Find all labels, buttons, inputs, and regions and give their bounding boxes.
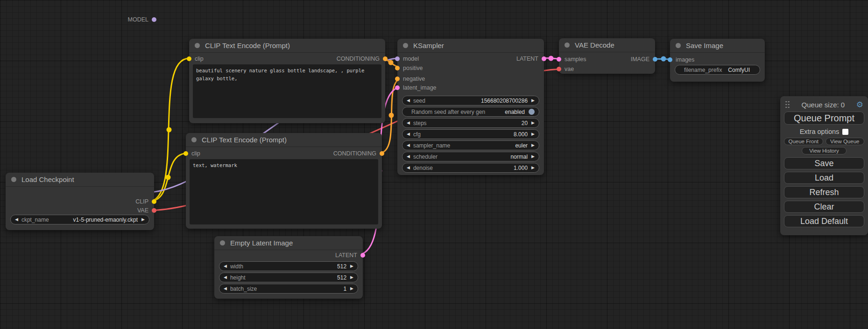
view-history-button[interactable]: View History <box>802 147 847 154</box>
arrow-right-icon[interactable]: ▶ <box>531 166 535 170</box>
arrow-left-icon[interactable]: ◀ <box>15 217 18 222</box>
input-clip[interactable]: clip <box>187 56 204 62</box>
toggle-enabled-icon[interactable] <box>529 109 535 115</box>
arrow-right-icon[interactable]: ▶ <box>531 98 535 103</box>
arrow-right-icon[interactable]: ▶ <box>141 217 145 222</box>
prompt-textarea[interactable]: text, watermark <box>190 159 378 224</box>
view-queue-button[interactable]: View Queue <box>826 138 865 145</box>
arrow-right-icon[interactable]: ▶ <box>350 264 353 268</box>
latent-port-icon[interactable] <box>557 57 561 62</box>
arrow-left-icon[interactable]: ◀ <box>407 132 410 136</box>
image-port-icon[interactable] <box>668 57 672 62</box>
gear-icon[interactable]: ⚙ <box>856 101 863 109</box>
conditioning-port-icon[interactable] <box>395 77 400 81</box>
random-seed-toggle-widget[interactable]: Random seed after every gen enabled <box>402 107 539 117</box>
prompt-textarea[interactable]: beautiful scenery nature glass bottle la… <box>193 64 381 118</box>
vae-port-icon[interactable] <box>152 208 156 213</box>
arrow-right-icon[interactable]: ▶ <box>531 154 535 159</box>
conditioning-port-icon[interactable] <box>383 56 388 61</box>
output-latent[interactable]: LATENT <box>516 56 546 62</box>
latent-port-icon[interactable] <box>360 253 365 258</box>
model-port-icon[interactable] <box>395 56 400 61</box>
arrow-right-icon[interactable]: ▶ <box>531 132 535 136</box>
node-header[interactable]: Save Image <box>670 39 765 53</box>
filename-prefix-widget[interactable]: filename_prefix ComfyUI <box>675 65 760 75</box>
output-latent[interactable]: LATENT <box>335 252 365 259</box>
arrow-left-icon[interactable]: ◀ <box>407 143 410 147</box>
link-dot-clip2[interactable] <box>166 175 171 180</box>
node-header[interactable]: CLIP Text Encode (Prompt) <box>186 133 382 147</box>
arrow-left-icon[interactable]: ◀ <box>224 275 227 280</box>
extra-options-checkbox[interactable] <box>842 129 848 135</box>
conditioning-port-icon[interactable] <box>380 151 384 156</box>
width-widget[interactable]: ◀ width 512 ▶ <box>219 261 358 271</box>
link-dot-clip1[interactable] <box>167 127 172 133</box>
input-latent-image[interactable]: latent_image <box>395 84 437 91</box>
input-vae[interactable]: vae <box>557 66 574 72</box>
height-widget[interactable]: ◀ height 512 ▶ <box>219 273 358 282</box>
scheduler-widget[interactable]: ◀ scheduler normal ▶ <box>402 152 539 161</box>
link-dot-image[interactable] <box>661 56 666 62</box>
node-header[interactable]: CLIP Text Encode (Prompt) <box>189 39 385 53</box>
node-header[interactable]: Empty Latent Image <box>214 236 363 250</box>
output-clip[interactable]: CLIP <box>135 198 156 205</box>
arrow-right-icon[interactable]: ▶ <box>531 143 535 147</box>
arrow-left-icon[interactable]: ◀ <box>407 166 410 170</box>
collapse-dot-icon[interactable] <box>220 240 225 245</box>
node-header[interactable]: KSampler <box>397 39 544 53</box>
save-button[interactable]: Save <box>784 157 864 169</box>
image-port-icon[interactable] <box>653 57 657 62</box>
link-dot-cond-pos[interactable] <box>388 60 394 65</box>
clip-port-icon[interactable] <box>187 56 191 61</box>
load-button[interactable]: Load <box>784 172 864 184</box>
input-model[interactable]: model <box>395 56 419 62</box>
refresh-button[interactable]: Refresh <box>784 186 864 198</box>
arrow-right-icon[interactable]: ▶ <box>531 121 535 125</box>
node-vae-decode[interactable]: VAE Decode samples vae IMAGE <box>559 38 655 74</box>
latent-port-icon[interactable] <box>542 56 546 61</box>
collapse-dot-icon[interactable] <box>676 43 681 48</box>
collapse-dot-icon[interactable] <box>403 43 408 48</box>
vae-port-icon[interactable] <box>557 67 561 71</box>
link-dot-cond-neg[interactable] <box>389 113 394 118</box>
arrow-left-icon[interactable]: ◀ <box>224 264 227 268</box>
input-images[interactable]: images <box>668 56 694 63</box>
batch-size-widget[interactable]: ◀ batch_size 1 ▶ <box>219 284 358 294</box>
node-empty-latent-image[interactable]: Empty Latent Image LATENT ◀ width 512 ▶ … <box>214 236 363 299</box>
collapse-dot-icon[interactable] <box>191 137 197 142</box>
node-header[interactable]: Load Checkpoint <box>6 173 154 187</box>
input-samples[interactable]: samples <box>557 56 586 63</box>
arrow-right-icon[interactable]: ▶ <box>350 275 353 280</box>
output-model[interactable]: MODEL <box>128 16 156 23</box>
arrow-right-icon[interactable]: ▶ <box>350 287 353 291</box>
model-port-icon[interactable] <box>152 17 156 22</box>
arrow-left-icon[interactable]: ◀ <box>407 154 410 159</box>
denoise-widget[interactable]: ◀ denoise 1.000 ▶ <box>402 163 539 173</box>
load-default-button[interactable]: Load Default <box>784 215 864 227</box>
drag-handle-icon[interactable] <box>785 100 790 109</box>
collapse-dot-icon[interactable] <box>195 43 200 48</box>
arrow-left-icon[interactable]: ◀ <box>224 287 227 291</box>
link-dot-latent[interactable] <box>549 56 554 61</box>
node-clip-text-encode-negative[interactable]: CLIP Text Encode (Prompt) clip CONDITION… <box>186 133 382 229</box>
steps-widget[interactable]: ◀ steps 20 ▶ <box>402 118 539 128</box>
node-save-image[interactable]: Save Image images filename_prefix ComfyU… <box>670 39 765 82</box>
output-image[interactable]: IMAGE <box>631 56 657 63</box>
output-conditioning[interactable]: CONDITIONING <box>337 56 388 62</box>
output-conditioning[interactable]: CONDITIONING <box>333 150 384 157</box>
input-positive[interactable]: positive <box>395 65 423 71</box>
node-load-checkpoint[interactable]: Load Checkpoint MODEL CLIP VAE ◀ ckpt_na… <box>6 173 154 230</box>
queue-prompt-button[interactable]: Queue Prompt <box>784 112 864 125</box>
ckpt-name-widget[interactable]: ◀ ckpt_name v1-5-pruned-emaonly.ckpt ▶ <box>10 215 149 224</box>
collapse-dot-icon[interactable] <box>565 42 570 48</box>
node-header[interactable]: VAE Decode <box>559 38 655 52</box>
input-negative[interactable]: negative <box>395 76 425 82</box>
node-clip-text-encode-positive[interactable]: CLIP Text Encode (Prompt) clip CONDITION… <box>189 39 385 123</box>
latent-port-icon[interactable] <box>395 85 400 90</box>
queue-front-button[interactable]: Queue Front <box>784 138 823 145</box>
arrow-left-icon[interactable]: ◀ <box>407 121 410 125</box>
clip-port-icon[interactable] <box>183 151 188 156</box>
sampler-name-widget[interactable]: ◀ sampler_name euler ▶ <box>402 140 539 150</box>
seed-widget[interactable]: ◀ seed 156680208700286 ▶ <box>402 96 539 105</box>
collapse-dot-icon[interactable] <box>11 177 16 182</box>
